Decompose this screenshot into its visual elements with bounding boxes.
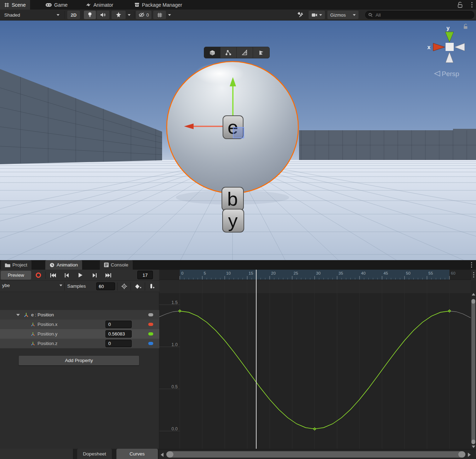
tab-animator[interactable]: Animator xyxy=(81,0,117,10)
tab-game[interactable]: Game xyxy=(41,0,72,10)
horizontal-scrollbar-thumb[interactable] xyxy=(166,451,465,458)
curve-editor[interactable]: 1.51.00.50.0 xyxy=(159,281,471,449)
scene-lighting-toggle[interactable] xyxy=(84,11,96,19)
folder-icon xyxy=(5,263,10,267)
gizmo-xy-plane-handle[interactable] xyxy=(233,127,244,138)
previous-frame-button[interactable] xyxy=(60,271,73,280)
panel-menu-kebab[interactable] xyxy=(469,262,474,268)
separator xyxy=(64,282,65,291)
tab-animator-label: Animator xyxy=(93,2,113,8)
clip-dropdown[interactable]: ybe xyxy=(2,283,62,288)
toggle-2d-button[interactable]: 2D xyxy=(67,11,80,19)
h-scrollbar-zoom-handle-left[interactable] xyxy=(166,451,173,458)
tab-animation[interactable]: Animation xyxy=(45,260,82,270)
position-y-value[interactable]: 0.56083 xyxy=(105,330,132,338)
overlay-hierarchy-mode-button[interactable] xyxy=(220,47,237,58)
property-row-position-x[interactable]: Position.x 0 xyxy=(0,320,159,329)
vertical-scrollbar-thumb[interactable] xyxy=(471,299,475,444)
effects-dropdown[interactable] xyxy=(126,11,133,19)
scrollbar-zoom-handle-top[interactable] xyxy=(471,299,475,304)
property-name: Position.z xyxy=(38,341,57,346)
add-keyframe-diamond-button[interactable] xyxy=(132,282,144,291)
property-group-row[interactable]: e : Position xyxy=(0,310,159,320)
skip-end-icon xyxy=(105,273,111,277)
tab-console[interactable]: Console xyxy=(100,260,133,270)
foldout-arrow-icon[interactable] xyxy=(16,314,20,316)
add-keyframe-button[interactable] xyxy=(119,282,130,291)
record-button[interactable] xyxy=(33,271,44,280)
value-axis-label: 0.0 xyxy=(172,426,178,431)
2d-label: 2D xyxy=(71,12,77,18)
h-scrollbar-zoom-handle-right[interactable] xyxy=(458,451,465,458)
shading-mode-dropdown[interactable]: Shaded xyxy=(1,11,62,19)
next-frame-button[interactable] xyxy=(88,271,101,280)
add-event-button[interactable] xyxy=(146,282,158,291)
object-badge-b[interactable]: b xyxy=(222,187,243,211)
gizmos-dropdown[interactable]: Gizmos xyxy=(327,11,359,19)
tools-icon xyxy=(298,12,304,18)
keyframe-indicator[interactable] xyxy=(148,323,153,326)
position-z-value[interactable]: 0 xyxy=(105,340,132,347)
scrollbar-zoom-handle-bottom[interactable] xyxy=(471,440,475,444)
window-tab-bar: Scene Game Animator Package Manager xyxy=(0,0,476,10)
separator xyxy=(131,282,131,291)
scene-tools-button[interactable] xyxy=(294,11,306,19)
axis-x-label: x xyxy=(428,44,431,50)
projection-label: Persp xyxy=(442,70,459,78)
go-to-end-button[interactable] xyxy=(102,271,115,280)
scroll-up-arrow[interactable] xyxy=(472,293,475,296)
overlay-flag-mode-button[interactable] xyxy=(253,47,269,58)
search-input[interactable] xyxy=(375,12,471,18)
chevron-down-icon xyxy=(319,14,322,16)
keyframe-diamond-add-icon xyxy=(135,284,141,289)
unlock-icon[interactable] xyxy=(457,2,463,8)
position-x-value[interactable]: 0 xyxy=(105,321,132,328)
value-axis-label: 0.5 xyxy=(172,384,178,389)
axis-center-cube[interactable] xyxy=(446,43,454,51)
scroll-left-arrow[interactable] xyxy=(161,453,164,457)
timeline-ruler[interactable]: 051015202530354045505560 xyxy=(159,270,471,280)
go-to-start-button[interactable] xyxy=(46,271,59,280)
scene-audio-toggle[interactable] xyxy=(97,11,109,19)
value-axis-label: 1.0 xyxy=(172,342,178,347)
current-frame-field[interactable] xyxy=(137,271,153,279)
camera-icon xyxy=(312,13,317,17)
add-property-button[interactable]: Add Property xyxy=(18,355,139,366)
property-row-position-z[interactable]: Position.z 0 xyxy=(0,339,159,348)
scene-grid-toggle[interactable] xyxy=(153,11,166,19)
scroll-down-arrow[interactable] xyxy=(472,446,475,448)
overlay-measure-mode-button[interactable] xyxy=(237,47,253,58)
curve-menu-kebab[interactable] xyxy=(471,270,476,280)
skip-start-icon xyxy=(50,273,56,277)
scene-search-field[interactable] xyxy=(365,11,474,19)
scene-viewport[interactable]: e b y y x xyxy=(0,21,476,260)
object-badge-y[interactable]: y xyxy=(223,209,244,232)
effects-star-icon xyxy=(116,12,121,18)
tab-game-label: Game xyxy=(54,2,68,8)
overlay-shaded-mode-button[interactable] xyxy=(204,47,220,58)
grid-dropdown[interactable] xyxy=(166,11,173,19)
keyframe-indicator[interactable] xyxy=(148,332,153,335)
keyframe-indicator[interactable] xyxy=(148,313,153,316)
tab-project[interactable]: Project xyxy=(1,260,31,270)
property-row-position-y[interactable]: Position.y 0.56083 xyxy=(0,329,159,339)
playhead-line[interactable] xyxy=(256,270,257,449)
window-menu-kebab[interactable] xyxy=(469,2,474,8)
samples-field[interactable] xyxy=(96,282,115,290)
scene-effects-toggle[interactable] xyxy=(111,11,126,19)
tab-dopesheet[interactable]: Dopesheet xyxy=(77,449,112,459)
cube-icon xyxy=(209,50,216,56)
scroll-right-arrow[interactable] xyxy=(468,453,471,457)
tab-package-manager[interactable]: Package Manager xyxy=(130,0,187,10)
scene-visibility-toggle[interactable]: 0 xyxy=(136,11,151,19)
play-button[interactable] xyxy=(74,271,87,280)
tab-scene[interactable]: Scene xyxy=(0,0,30,10)
tab-curves[interactable]: Curves xyxy=(116,449,158,459)
preview-toggle-button[interactable]: Preview xyxy=(1,271,31,280)
badge-letter-b: b xyxy=(227,188,238,210)
ruler-tick-label: 50 xyxy=(406,271,411,275)
tab-scene-label: Scene xyxy=(12,2,26,8)
keyframe-indicator[interactable] xyxy=(148,342,153,345)
transform-icon xyxy=(23,312,29,318)
scene-camera-dropdown[interactable] xyxy=(309,11,325,19)
